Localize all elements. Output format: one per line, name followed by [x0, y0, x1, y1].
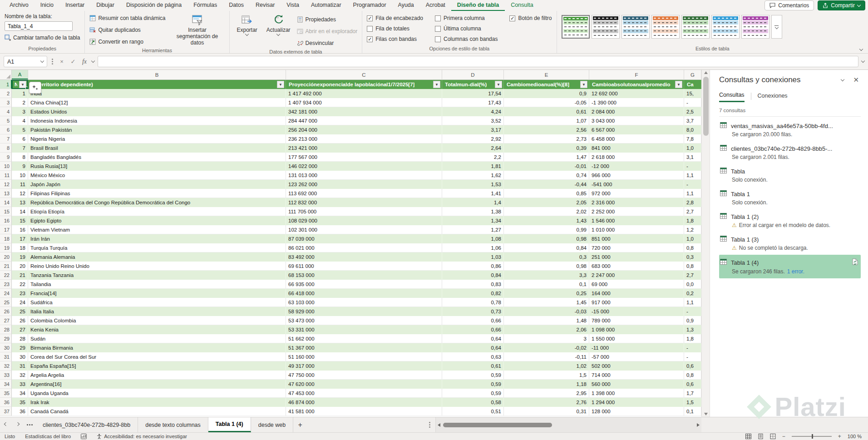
cell-A24[interactable]: 23 — [12, 289, 28, 298]
option-bot-n-de-filtro[interactable]: Botón de filtro — [509, 15, 552, 21]
cell-F28[interactable]: 1 098 000 — [589, 325, 684, 334]
checkbox-primera-columna[interactable] — [435, 15, 441, 21]
horizontal-scrollbar[interactable] — [435, 417, 701, 432]
cell-F30[interactable]: -11 000 — [589, 343, 684, 352]
select-all-corner[interactable] — [0, 70, 12, 79]
cell-C12[interactable]: 123 262 000 — [286, 180, 442, 189]
cell-B7[interactable]: Nigeria Nigeria — [28, 134, 286, 143]
cell-B18[interactable]: Irán Irán — [28, 234, 286, 243]
cell-B37[interactable]: Canadá Canadá — [28, 407, 286, 416]
scroll-down-icon[interactable] — [704, 413, 708, 415]
cell-D11[interactable]: 1,62 — [442, 171, 504, 180]
cell-A5[interactable]: 4 — [12, 116, 28, 125]
cell-B10[interactable]: Rusia Rusia[13] — [28, 162, 286, 171]
ribbon-tab-f-rmulas[interactable]: Fórmulas — [187, 0, 223, 11]
horizontal-scroll-track[interactable] — [442, 422, 695, 428]
cell-F16[interactable]: 1 546 000 — [589, 216, 684, 225]
column-header-F[interactable]: F — [589, 70, 684, 79]
cell-C4[interactable]: 342 181 000 — [286, 107, 442, 116]
cancel-button[interactable]: × — [58, 58, 66, 65]
accessibility-status[interactable]: Accesibilidad: es necesario investigar — [97, 434, 187, 439]
cell-D8[interactable]: 2,64 — [442, 143, 504, 153]
row-number-37[interactable]: 37 — [0, 407, 12, 416]
cell-E32[interactable]: 1,02 — [504, 361, 589, 371]
cell-A16[interactable]: 15 — [12, 216, 28, 225]
cell-E34[interactable]: 1,18 — [504, 380, 589, 389]
cell-G8[interactable]: 1,0 — [684, 143, 701, 153]
cell-B29[interactable]: Sudán — [28, 334, 286, 343]
cell-C13[interactable]: 113 692 000 — [286, 189, 442, 198]
cell-C2[interactable]: 1 417 492 000 — [286, 89, 442, 98]
query-item-ventas-masivas-aa46e57a-50bb-4fd[interactable]: ventas_masivas_aa46e57a-50bb-4fd...Se ca… — [719, 119, 861, 141]
cell-E28[interactable]: 2,06 — [504, 325, 589, 334]
cell-C31[interactable]: 51 160 000 — [286, 352, 442, 361]
table-style-estilo-naranja[interactable] — [651, 15, 680, 39]
cell-A32[interactable]: 31 — [12, 361, 28, 371]
cell-D27[interactable]: 0,66 — [442, 316, 504, 325]
filter-button-E[interactable]: ▼ — [580, 81, 587, 88]
cell-C33[interactable]: 47 750 000 — [286, 371, 442, 380]
cell-E6[interactable]: 2,56 — [504, 125, 589, 134]
cell-G28[interactable]: 1,3 — [684, 325, 701, 334]
row-number-32[interactable]: 32 — [0, 361, 12, 371]
sheet-tab-desde-web[interactable]: desde web — [251, 417, 293, 432]
row-number-9[interactable]: 9 — [0, 153, 12, 162]
cell-B2[interactable]: India — [28, 89, 286, 98]
cell-D6[interactable]: 3,17 — [442, 125, 504, 134]
cell-D23[interactable]: 0,83 — [442, 280, 504, 289]
table-style-estilo-azul-claro[interactable] — [711, 15, 740, 39]
cell-C34[interactable]: 47 620 000 — [286, 380, 442, 389]
cell-E9[interactable]: 1,47 — [504, 153, 589, 162]
cell-D2[interactable]: 17,54 — [442, 89, 504, 98]
cell-G34[interactable]: 0,6 — [684, 380, 701, 389]
cell-G23[interactable]: 0,0 — [684, 280, 701, 289]
cell-A27[interactable]: 26 — [12, 316, 28, 325]
cell-F5[interactable]: 3 043 000 — [589, 116, 684, 125]
cell-G17[interactable]: 1,2 — [684, 225, 701, 234]
cell-G36[interactable]: 1,5 — [684, 398, 701, 407]
cell-A26[interactable]: 25 — [12, 307, 28, 316]
row-number-24[interactable]: 24 — [0, 289, 12, 298]
cell-A37[interactable]: 36 — [12, 407, 28, 416]
cell-D30[interactable]: 0,64 — [442, 343, 504, 352]
column-header-G[interactable]: G — [684, 70, 701, 79]
cell-G31[interactable]: - — [684, 352, 701, 361]
cell-F8[interactable]: 841 000 — [589, 143, 684, 153]
ribbon-tab-datos[interactable]: Datos — [223, 0, 250, 11]
cell-C19[interactable]: 86 021 000 — [286, 243, 442, 252]
expand-formula-bar-icon[interactable] — [861, 59, 865, 63]
row-number-30[interactable]: 30 — [0, 343, 12, 352]
cell-G10[interactable]: - — [684, 162, 701, 171]
sheet-nav-right[interactable] — [12, 417, 24, 432]
cell-D31[interactable]: 0,63 — [442, 352, 504, 361]
row-number-28[interactable]: 28 — [0, 325, 12, 334]
cell-C25[interactable]: 63 103 000 — [286, 298, 442, 307]
cell-D20[interactable]: 1,03 — [442, 252, 504, 262]
scroll-left-icon[interactable] — [438, 423, 440, 427]
cell-G33[interactable]: 0,8 — [684, 371, 701, 380]
cell-F10[interactable]: -12 000 — [589, 162, 684, 171]
cell-C17[interactable]: 102 301 000 — [286, 225, 442, 234]
cell-F19[interactable]: 720 000 — [589, 243, 684, 252]
cell-G7[interactable]: 7,8 — [684, 134, 701, 143]
cell-E3[interactable]: -0,05 — [504, 98, 589, 107]
header-cell-A1[interactable]: N.º▼ — [12, 80, 28, 89]
zoom-slider-thumb[interactable] — [812, 434, 813, 439]
header-cell-B1[interactable]: (o territorio dependiente)▼ — [28, 80, 286, 89]
cell-D32[interactable]: 0,61 — [442, 361, 504, 371]
zoom-out-button[interactable]: − — [782, 433, 785, 440]
row-number-22[interactable]: 22 — [0, 271, 12, 280]
cell-D29[interactable]: 0,64 — [442, 334, 504, 343]
panel-collapse-icon[interactable] — [841, 77, 844, 81]
cell-F37[interactable]: 128 000 — [589, 407, 684, 416]
cell-G16[interactable]: 1,8 — [684, 216, 701, 225]
ribbon-tab-vista[interactable]: Vista — [281, 0, 305, 11]
cell-B12[interactable]: Japón Japón — [28, 180, 286, 189]
cell-C14[interactable]: 112 832 000 — [286, 198, 442, 207]
cell-F20[interactable]: 251 000 — [589, 252, 684, 262]
ribbon-tab-programador[interactable]: Programador — [347, 0, 392, 11]
cell-E23[interactable]: 0,1 — [504, 280, 589, 289]
cell-E8[interactable]: 0,39 — [504, 143, 589, 153]
comments-button[interactable]: Comentarios — [764, 0, 814, 10]
query-error-link[interactable]: 1 error. — [787, 268, 804, 275]
